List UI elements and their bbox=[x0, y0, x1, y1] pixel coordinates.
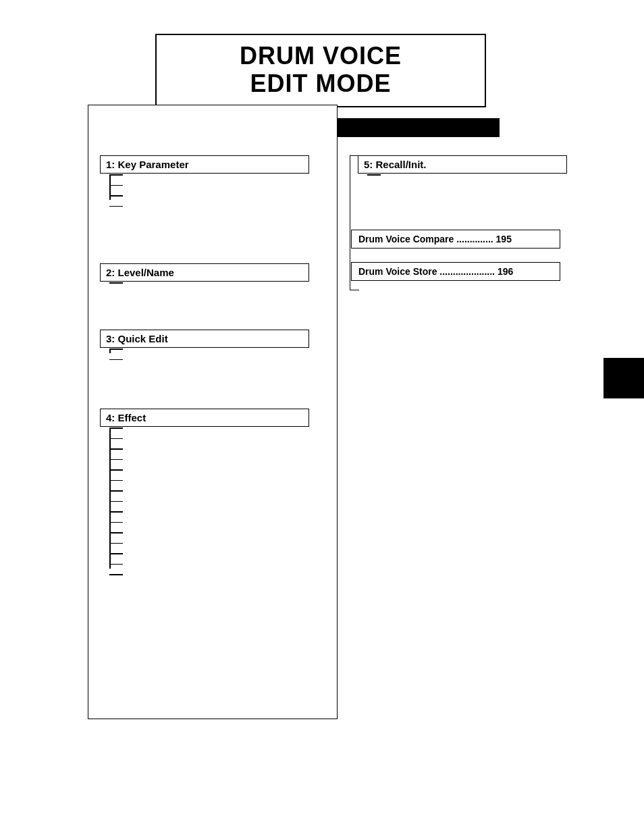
section-4-items bbox=[109, 427, 123, 585]
section-4-item-8 bbox=[109, 501, 123, 502]
compare-box: Drum Voice Compare .............. 195 bbox=[351, 230, 560, 249]
section-4-item-9 bbox=[109, 511, 123, 513]
section-4-item-12 bbox=[109, 543, 123, 544]
section-4-header: 4: Effect bbox=[100, 409, 309, 427]
section-4-item-4 bbox=[109, 459, 123, 461]
section-2-sub-lines bbox=[109, 282, 123, 284]
section-5-items bbox=[367, 174, 381, 185]
section-3-sub-lines bbox=[109, 348, 123, 360]
section-4-item-7 bbox=[109, 490, 123, 492]
section-4-item-1 bbox=[109, 427, 123, 429]
section-4-label: 4: Effect bbox=[100, 409, 309, 427]
section-2-header: 2: Level/Name bbox=[100, 263, 309, 282]
store-box: Drum Voice Store ..................... 1… bbox=[351, 262, 560, 281]
right-black-block bbox=[603, 358, 644, 398]
section-4-item-5 bbox=[109, 469, 123, 471]
section-3-header: 3: Quick Edit bbox=[100, 330, 309, 348]
section-3-label: 3: Quick Edit bbox=[100, 330, 309, 348]
section-4-item-2 bbox=[109, 438, 123, 440]
section-1-item-4 bbox=[109, 206, 123, 207]
section-4-item-6 bbox=[109, 480, 123, 481]
section-5-header: 5: Recall/Init. bbox=[358, 155, 567, 174]
section-1-sub-lines bbox=[109, 174, 123, 207]
section-1-label: 1: Key Parameter bbox=[100, 155, 309, 174]
section-4-item-10 bbox=[109, 522, 123, 523]
section-4-item-11 bbox=[109, 532, 123, 533]
section-3-items bbox=[109, 348, 123, 369]
section-1-items bbox=[109, 174, 123, 216]
section-3-item-2 bbox=[109, 359, 123, 361]
section-4-item-13 bbox=[109, 553, 123, 554]
section-4-sub-lines bbox=[109, 427, 123, 575]
title-box: DRUM VOICE EDIT MODE bbox=[155, 34, 486, 107]
section-3-item-1 bbox=[109, 348, 123, 350]
section-5-item-1 bbox=[367, 174, 381, 176]
section-5-label: 5: Recall/Init. bbox=[358, 155, 567, 174]
section-2-items bbox=[109, 282, 123, 293]
section-1-item-2 bbox=[109, 185, 123, 186]
section-1-item-1 bbox=[109, 174, 123, 176]
section-2-label: 2: Level/Name bbox=[100, 263, 309, 282]
section-2-item-1 bbox=[109, 282, 123, 284]
page-title: DRUM VOICE EDIT MODE bbox=[167, 42, 475, 98]
section-1-header: 1: Key Parameter bbox=[100, 155, 309, 174]
section-4-item-3 bbox=[109, 448, 123, 450]
section-5-sub-lines bbox=[367, 174, 381, 176]
page-container: DRUM VOICE EDIT MODE 1: Key Parameter bbox=[0, 0, 644, 834]
section-4-item-15 bbox=[109, 574, 123, 575]
section-4-item-14 bbox=[109, 564, 123, 565]
section-1-item-3 bbox=[109, 195, 123, 197]
